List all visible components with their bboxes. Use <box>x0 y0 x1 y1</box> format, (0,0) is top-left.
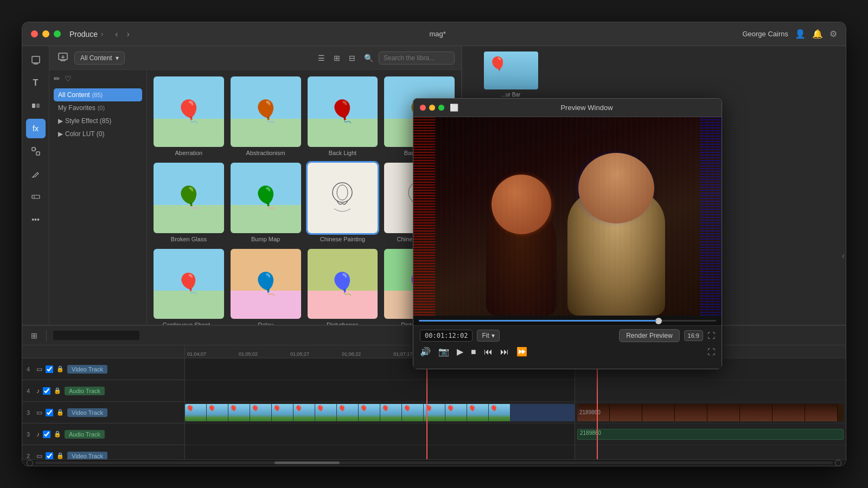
track-row-audio4 <box>185 380 575 402</box>
sidebar-composite-icon[interactable] <box>26 142 46 161</box>
preview-share-icon[interactable]: ⬜ <box>450 104 458 112</box>
track-lock-icon[interactable]: 🔒 <box>54 387 61 394</box>
svg-point-13 <box>333 183 352 202</box>
sidebar-keyframe-icon[interactable] <box>26 187 46 207</box>
preview-timecode-display: 00:01:12:02 <box>420 330 473 342</box>
audio-clip-label: 2189860 <box>580 430 601 436</box>
figure-woman-head <box>492 175 551 234</box>
timeline-timecode-input[interactable] <box>53 331 139 340</box>
preview-volume-button[interactable]: 🔊 <box>420 346 431 357</box>
import-media-button[interactable] <box>56 50 70 66</box>
track-lock-icon[interactable]: 🔒 <box>56 365 64 373</box>
track-number: 3 <box>27 409 33 416</box>
track-header-video4: 4 ▭ 🔒 Video Track <box>22 358 184 380</box>
track-visibility-toggle[interactable] <box>46 409 53 416</box>
preview-fullscreen-button[interactable]: ⛶ <box>707 348 715 356</box>
track-visibility-toggle[interactable] <box>46 365 53 373</box>
filter-style-effect[interactable]: ▶Style Effect (85) <box>54 114 142 127</box>
close-button[interactable] <box>31 30 38 37</box>
aberration-right <box>700 117 722 316</box>
filter-all-content[interactable]: All Content(85) <box>54 88 142 101</box>
sidebar-transition-icon[interactable] <box>26 96 46 115</box>
preview-figures <box>464 153 671 316</box>
track-lock-icon[interactable]: 🔒 <box>56 409 64 416</box>
balloon-img <box>308 76 378 147</box>
effect-item-aberration[interactable]: Aberration <box>154 76 224 156</box>
effect-item-continuous[interactable]: 🎈 Continuous Shoot... <box>154 249 224 325</box>
effect-thumb-delay <box>231 249 301 319</box>
track-number: 4 <box>27 366 33 373</box>
filter-my-favorites[interactable]: My Favorites(0) <box>54 101 142 114</box>
effect-item-brokenglass[interactable]: Broken Glass <box>154 163 224 242</box>
forward-button[interactable]: › <box>123 28 132 40</box>
notification-icon[interactable]: 🔔 <box>812 29 823 39</box>
ruler-mark: 01;06;22 <box>342 351 361 357</box>
effect-thumb-bumpmap <box>231 163 301 233</box>
filter-pen-icon[interactable]: ✏ <box>54 74 60 83</box>
preview-progress-bar[interactable] <box>419 320 716 322</box>
minimize-button[interactable] <box>42 30 49 37</box>
back-button[interactable]: ‹ <box>112 28 121 40</box>
track-number: 4 <box>27 388 33 394</box>
user-icon[interactable]: 👤 <box>795 29 806 39</box>
list-view-button[interactable]: ☰ <box>315 52 328 65</box>
sidebar-text-icon[interactable]: T <box>26 73 46 93</box>
sidebar-import-icon[interactable] <box>26 50 46 70</box>
effect-thumb-chinese-painting-1 <box>308 163 378 233</box>
preview-expand-icon[interactable]: ⛶ <box>707 331 715 340</box>
preview-forward-button[interactable]: ⏭ <box>500 347 509 357</box>
video-clip-3-right[interactable]: 2189860 <box>577 404 844 421</box>
effect-thumb-continuous: 🎈 <box>154 249 224 319</box>
sidebar-more-icon[interactable]: ••• <box>26 210 46 229</box>
scrollbar-track[interactable] <box>35 461 833 464</box>
preview-fastforward-button[interactable]: ⏩ <box>516 346 527 357</box>
effect-item-abstractionism[interactable]: Abstractionism <box>231 76 301 156</box>
track-visibility-toggle[interactable] <box>46 452 53 460</box>
sidebar-effects-icon[interactable]: fx <box>26 119 46 138</box>
effect-item-delay[interactable]: Delay <box>231 249 301 325</box>
track-lock-icon[interactable]: 🔒 <box>54 431 61 438</box>
effect-item-disturbance[interactable]: Disturbance <box>308 249 378 325</box>
settings-icon[interactable]: ⚙ <box>829 29 837 39</box>
large-grid-button[interactable]: ⊟ <box>346 52 359 65</box>
timeline-scroll-left[interactable] <box>27 460 33 466</box>
preview-maximize-button[interactable] <box>438 105 444 111</box>
video-clip-3[interactable] <box>185 404 575 421</box>
timeline-snap-button[interactable]: ⊞ <box>29 329 40 342</box>
filter-color-lut[interactable]: ▶Color LUT (0) <box>54 127 142 140</box>
right-effect-item-bar[interactable]: 🎈 ...ur Bar <box>462 48 559 101</box>
preview-rewind-button[interactable]: ⏮ <box>484 347 493 357</box>
render-preview-button[interactable]: Render Preview <box>619 329 679 342</box>
preview-playback-controls: 🔊 📷 ▶ ■ ⏮ ⏭ ⏩ ⛶ <box>420 346 715 357</box>
preview-fit-dropdown[interactable]: Fit ▾ <box>477 330 499 342</box>
effect-item-bumpmap[interactable]: Bump Map <box>231 163 301 242</box>
clip-frame <box>337 404 359 421</box>
track-visibility-toggle[interactable] <box>43 387 50 395</box>
audio-clip-right[interactable]: 2189860 <box>577 429 844 440</box>
all-content-dropdown[interactable]: All Content ▾ <box>74 52 125 65</box>
ruler-mark: 01;05;02 <box>239 351 258 357</box>
effect-item-chinese-painting-1[interactable]: Chinese Painting <box>308 163 378 242</box>
filter-heart-icon[interactable]: ♡ <box>65 74 72 83</box>
maximize-button[interactable] <box>54 30 61 37</box>
sidebar-pen-icon[interactable] <box>26 164 46 184</box>
scrollbar-thumb[interactable] <box>275 461 340 464</box>
preview-close-button[interactable] <box>420 105 426 111</box>
effect-item-backlight[interactable]: Back Light <box>308 76 378 156</box>
svg-rect-3 <box>32 147 35 151</box>
preview-stop-button[interactable]: ■ <box>471 347 476 357</box>
timeline-scroll-right[interactable] <box>835 460 841 466</box>
preview-camera-button[interactable]: 📷 <box>438 346 449 357</box>
track-lock-icon[interactable]: 🔒 <box>56 452 64 459</box>
search-input[interactable] <box>379 52 455 65</box>
balloon-img <box>231 249 301 319</box>
grid-view-button[interactable]: ⊞ <box>330 52 343 65</box>
track-video-icon: ▭ <box>36 365 42 373</box>
track-visibility-toggle[interactable] <box>43 431 50 438</box>
track-number: 2 <box>27 453 33 459</box>
preview-minimize-button[interactable] <box>429 105 435 111</box>
aberration-left <box>413 117 435 316</box>
search-button[interactable]: 🔍 <box>361 52 376 65</box>
track-row-video3 <box>185 402 575 423</box>
preview-play-button[interactable]: ▶ <box>457 346 463 357</box>
